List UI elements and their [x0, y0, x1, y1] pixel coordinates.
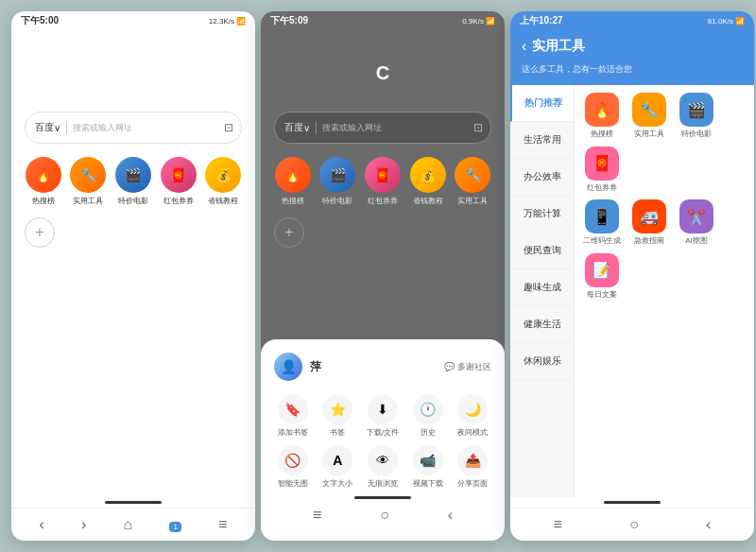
category-daily[interactable]: 生活常用	[510, 122, 574, 159]
search-input-2[interactable]: 搜索或输入网址	[322, 122, 473, 134]
icon-tools-2[interactable]: 🔧 实用工具	[455, 157, 490, 206]
nav-home-1[interactable]: ⌂	[124, 516, 133, 533]
user-sheet: 👤 萍 💬 多谢社区 🔖 添加书签 ⭐ 书签 ⬇ 下载/文件	[261, 339, 505, 541]
icon-hotlist[interactable]: 🔥 热搜榜	[26, 157, 61, 206]
add-button-1[interactable]: +	[25, 217, 55, 248]
category-query[interactable]: 便民查询	[510, 233, 574, 269]
nav-home-2[interactable]: ○	[380, 507, 389, 524]
logo-area-1: C	[11, 30, 255, 112]
tool-coupon[interactable]: 🧧 红包券券	[582, 147, 622, 193]
tool-hot[interactable]: 🔥 热搜榜	[582, 93, 622, 139]
icon-hotlist-circle: 🔥	[26, 157, 61, 193]
svg-text:C: C	[127, 62, 140, 83]
add-button-2[interactable]: +	[274, 217, 304, 248]
category-calc[interactable]: 万能计算	[510, 196, 574, 233]
tools-title: 实用工具	[532, 38, 585, 55]
icon-save-label: 省钱教程	[208, 196, 238, 206]
back-arrow-icon[interactable]: ‹	[522, 38, 526, 55]
icon-coupon-circle: 🧧	[161, 157, 197, 193]
search-bar-2[interactable]: 百度 ∨ 搜索或输入网址 ⊡	[274, 112, 491, 144]
nav-menu-1[interactable]: ≡	[218, 516, 227, 533]
icon-movie-circle: 🎬	[115, 157, 151, 193]
tool-practical[interactable]: 🔧 实用工具	[629, 93, 669, 139]
icon-coupon-label: 红包券券	[163, 196, 194, 206]
icon-movie[interactable]: 🎬 特价电影	[115, 157, 151, 206]
category-health[interactable]: 健康生活	[510, 306, 574, 343]
category-office[interactable]: 办公效率	[510, 159, 574, 196]
icon-save-circle-2: 💰	[410, 157, 446, 193]
icon-hotlist-circle-2: 🔥	[275, 157, 311, 193]
tool-qrcode[interactable]: 📱 二维码生成	[582, 199, 622, 246]
quick-icons-2: 🔥 热搜榜 🎬 特价电影 🧧 红包券券 💰 省钱教程 🔧 实用工具	[261, 157, 505, 206]
menu-history[interactable]: 🕐 历史	[409, 394, 447, 438]
status-icons-3: 81.0K/s 📶	[708, 17, 745, 26]
spacer-1	[11, 248, 255, 501]
icon-movie-label-2: 特价电影	[322, 196, 352, 206]
icon-save[interactable]: 💰 省钱教程	[205, 157, 241, 206]
icon-hotlist-label: 热搜榜	[32, 196, 55, 206]
category-list: 热门推荐 生活常用 办公效率 万能计算 便民查询 趣味生成 健康生活 休闲娱乐 …	[510, 85, 754, 497]
icon-tools-circle: 🔧	[70, 157, 106, 193]
icon-tools[interactable]: 🔧 实用工具	[70, 157, 106, 206]
category-fun[interactable]: 趣味生成	[510, 269, 574, 306]
search-input-1[interactable]: 搜索或输入网址	[73, 122, 224, 134]
menu-incognito[interactable]: 👁 无痕浏览	[364, 445, 402, 489]
community-button[interactable]: 💬 多谢社区	[444, 361, 491, 373]
icon-save-label-2: 省钱教程	[413, 196, 443, 206]
icon-coupon[interactable]: 🧧 红包券券	[161, 157, 197, 206]
menu-bookmarks[interactable]: ⭐ 书签	[319, 394, 357, 438]
bottom-nav-1: ‹ › ⌂ 1 ≡	[11, 508, 255, 541]
app-logo-1: C	[109, 49, 158, 98]
nav-menu-3[interactable]: ≡	[554, 516, 562, 533]
hot-tools-row: 🔥 热搜榜 🔧 实用工具 🎬 特价电影 🧧 红包券券	[582, 93, 747, 192]
phone-panel-3: 上午10:27 81.0K/s 📶 ‹ 实用工具 这么多工具，总有一款适合您 热…	[510, 11, 754, 541]
menu-nightmode[interactable]: 🌙 夜间模式	[454, 394, 491, 438]
category-labels: 热门推荐 生活常用 办公效率 万能计算 便民查询 趣味生成 健康生活 休闲娱乐	[510, 85, 575, 497]
user-header: 👤 萍 💬 多谢社区	[274, 353, 491, 381]
nav-forward-1[interactable]: ›	[81, 516, 86, 533]
nav-back-1[interactable]: ‹	[40, 516, 44, 533]
icon-movie-2[interactable]: 🎬 特价电影	[319, 157, 355, 206]
nav-menu-2[interactable]: ≡	[313, 507, 321, 524]
phone-panel-2: 下午5:09 0.9K/s 📶 C 百度 ∨ 搜索或输入网址 ⊡ 🔥	[261, 11, 505, 541]
scan-icon-2[interactable]: ⊡	[473, 121, 483, 134]
status-bar-3: 上午10:27 81.0K/s 📶	[510, 11, 754, 30]
search-divider-1	[66, 121, 67, 134]
icon-coupon-circle-2: 🧧	[365, 157, 401, 193]
menu-bookmark-add[interactable]: 🔖 添加书签	[274, 394, 312, 438]
nav-back-3[interactable]: ‹	[706, 516, 711, 533]
status-icons-2: 0.9K/s 📶	[462, 17, 495, 26]
icon-tools-circle-2: 🔧	[455, 157, 490, 193]
category-leisure[interactable]: 休闲娱乐	[510, 343, 574, 380]
menu-download[interactable]: ⬇ 下载/文件	[364, 394, 402, 438]
app-logo-2: C	[358, 49, 407, 98]
icon-hotlist-2[interactable]: 🔥 热搜榜	[275, 157, 311, 206]
tools-subtitle: 这么多工具，总有一款适合您	[522, 64, 632, 74]
nav-home-3[interactable]: ○	[629, 516, 639, 533]
status-icons-1: 12.3K/s 📶	[209, 17, 246, 26]
nav-tabs-1[interactable]: 1	[169, 516, 180, 533]
menu-video-dl[interactable]: 📹 视频下载	[409, 445, 447, 489]
icon-movie-circle-2: 🎬	[319, 157, 355, 193]
tool-movie[interactable]: 🎬 特价电影	[677, 93, 716, 139]
nav-back-2[interactable]: ‹	[448, 507, 453, 524]
tool-firstaid[interactable]: 🚑 急救指南	[629, 199, 669, 246]
icon-save-2[interactable]: 💰 省钱教程	[410, 157, 446, 206]
menu-noimage[interactable]: 🚫 智能无图	[274, 445, 312, 489]
category-hot[interactable]: 热门推荐	[510, 85, 574, 122]
search-engine-2: 百度	[284, 121, 303, 134]
search-bar-1[interactable]: 百度 ∨ 搜索或输入网址 ⊡	[25, 112, 242, 144]
tool-ai-cutout[interactable]: ✂️ AI抠图	[677, 199, 716, 246]
user-avatar: 👤	[274, 353, 302, 381]
menu-share[interactable]: 📤 分享页面	[454, 445, 491, 489]
category-content: 🔥 热搜榜 🔧 实用工具 🎬 特价电影 🧧 红包券券	[575, 85, 754, 497]
icon-hotlist-label-2: 热搜榜	[282, 196, 304, 206]
menu-grid: 🔖 添加书签 ⭐ 书签 ⬇ 下载/文件 🕐 历史 🌙 夜间模式 🚫 智能无	[274, 394, 491, 489]
menu-fontsize[interactable]: A 文字大小	[319, 445, 357, 489]
icon-coupon-2[interactable]: 🧧 红包券券	[365, 157, 401, 206]
icon-save-circle: 💰	[205, 157, 241, 193]
tool-daily-text[interactable]: 📝 每日文案	[582, 253, 622, 300]
search-engine-1: 百度	[35, 121, 54, 134]
scan-icon-1[interactable]: ⊡	[224, 121, 233, 134]
office-tools-row: 📱 二维码生成 🚑 急救指南 ✂️ AI抠图 📝 每日文案	[582, 199, 747, 299]
